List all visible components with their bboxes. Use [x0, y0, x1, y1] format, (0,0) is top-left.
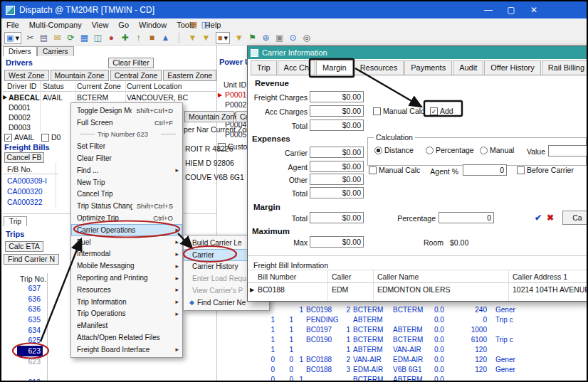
- mail-icon[interactable]: ✉: [51, 32, 64, 44]
- tab-resources[interactable]: Resources: [354, 60, 404, 75]
- context-menu-item[interactable]: Intermodal ▸: [71, 248, 182, 260]
- apply-button[interactable]: ✔: [535, 213, 542, 223]
- context-menu-item[interactable]: Freight Board Interface ▸: [71, 344, 182, 356]
- trip-row[interactable]: 619: [17, 377, 43, 382]
- max-field[interactable]: $0.00: [310, 236, 364, 248]
- window-icon[interactable]: ▣: [273, 32, 286, 44]
- add-checkbox[interactable]: ✓ Add: [430, 107, 453, 115]
- tab-carriers[interactable]: Carriers: [37, 46, 74, 56]
- tab-offer-history[interactable]: Offer History: [484, 60, 541, 75]
- tab-payments[interactable]: Payments: [404, 60, 452, 75]
- zone-central[interactable]: Central Zone: [110, 70, 162, 81]
- bill-number-cell[interactable]: BC0188: [258, 285, 285, 294]
- expenses-manual-calc-checkbox[interactable]: Manual Calc: [369, 166, 420, 174]
- tab-rail-billing[interactable]: Rail Billing: [542, 60, 588, 75]
- percentage-radio[interactable]: Percentage: [426, 146, 474, 154]
- globe-icon[interactable]: ⊕: [259, 32, 273, 44]
- before-carrier-checkbox[interactable]: Before Carrier: [517, 166, 574, 174]
- context-menu-item[interactable]: Cancel Trip: [71, 189, 182, 201]
- table-row[interactable]: 0 0 1 BC0188 2 VAN-AIR EDM-AIR 0.0 120 G…: [251, 354, 542, 364]
- box-icon[interactable]: ■: [145, 32, 159, 44]
- context-menu-item[interactable]: Fuel ▸: [71, 236, 182, 248]
- tab-trip[interactable]: Trip: [251, 60, 277, 75]
- context-menu-item[interactable]: Attach/Open Related Files: [71, 331, 182, 344]
- acc-charges-field[interactable]: $0.00: [310, 105, 364, 117]
- filter-icon[interactable]: ▼: [232, 32, 246, 44]
- context-menu-item[interactable]: eManifest: [71, 319, 182, 331]
- zone-west[interactable]: West Zone: [4, 70, 49, 81]
- context-menu-item[interactable]: Trip Number 623: [71, 129, 182, 141]
- grid-icon[interactable]: ▦: [78, 32, 91, 44]
- table-row[interactable]: 1 1 PENDING ABTERM 0.0 0 Trip c: [251, 314, 542, 324]
- driver-row[interactable]: D0001: [9, 103, 31, 113]
- menu-view[interactable]: View: [87, 21, 114, 29]
- add-icon[interactable]: ✚: [118, 32, 132, 44]
- minimize-button[interactable]: —: [477, 1, 500, 18]
- context-menu-item[interactable]: Full Screen Ctrl+F: [71, 117, 182, 129]
- truck-combo[interactable]: ■ ▾: [216, 32, 230, 44]
- menu-file[interactable]: File: [1, 21, 24, 29]
- menu-panels-icon[interactable]: ◫: [199, 20, 211, 29]
- freight-bill-row[interactable]: CA000320: [7, 187, 47, 198]
- close-button[interactable]: ✕: [523, 1, 545, 18]
- tab-drivers[interactable]: Drivers: [3, 46, 37, 56]
- context-menu-item[interactable]: Reporting and Printing ▸: [71, 272, 182, 284]
- agent-pct-field[interactable]: 0: [463, 164, 507, 176]
- context-menu-item[interactable]: Trip Operations ▸: [71, 308, 182, 320]
- context-menu-item[interactable]: Set Filter: [71, 140, 182, 152]
- value-field[interactable]: [548, 145, 588, 156]
- agent-field[interactable]: $0.00: [310, 161, 364, 172]
- tab-trip[interactable]: Trip: [4, 216, 27, 226]
- driver-row[interactable]: D0003: [9, 123, 31, 133]
- margin-total-field[interactable]: $0.00: [310, 212, 364, 223]
- context-menu-item[interactable]: Resources ▸: [71, 284, 182, 296]
- menu-window[interactable]: Window: [134, 21, 172, 29]
- cut-icon[interactable]: ✂: [23, 32, 37, 44]
- context-menu-item[interactable]: Trip Status Change Shift+Ctrl+S: [71, 200, 182, 212]
- cancel-x-button[interactable]: ✖: [547, 213, 554, 223]
- trip-row[interactable]: 623: [17, 356, 43, 367]
- clear-filter-button[interactable]: Clear Filter: [108, 58, 154, 68]
- tab-margin[interactable]: Margin: [316, 60, 353, 75]
- maximize-button[interactable]: ▢: [500, 1, 523, 18]
- trip-row[interactable]: 634: [17, 325, 43, 336]
- trip-row[interactable]: 623: [17, 346, 43, 356]
- trip-row[interactable]: 637: [17, 283, 43, 294]
- table-row[interactable]: 1 1 1 ABTERM VAN-AIR 0.0 120: [251, 344, 542, 354]
- table-row[interactable]: 1 1 BC0197 1 BCTERM ABTERM 0.0 1000: [251, 324, 542, 334]
- trip-row[interactable]: 636: [17, 304, 43, 314]
- freight-bill-row[interactable]: CA000309-I: [7, 176, 47, 187]
- flag-icon[interactable]: ⚑: [246, 32, 259, 44]
- refresh-icon[interactable]: ⟳: [64, 32, 78, 44]
- d0-checkbox[interactable]: D0: [41, 133, 61, 142]
- context-menu-item[interactable]: Toggle Design Mode Shift+Ctrl+D: [71, 105, 182, 117]
- sort-icon[interactable]: ▲: [159, 32, 172, 44]
- expenses-total-field[interactable]: $0.00: [310, 187, 364, 198]
- window-selector-combo[interactable]: ▣ ▾: [4, 32, 21, 44]
- context-menu-item[interactable]: Mobile Messaging ▸: [71, 260, 182, 272]
- margin-percentage-field[interactable]: 0: [439, 212, 494, 223]
- trip-row[interactable]: 625: [17, 335, 43, 346]
- cancel-fb-button[interactable]: Cancel FB: [4, 152, 44, 163]
- zone-eastern[interactable]: Eastern Zone: [163, 70, 216, 81]
- trip-row[interactable]: 636: [17, 294, 43, 304]
- context-menu-item[interactable]: Find ... ▸: [71, 164, 182, 176]
- record-icon[interactable]: ●: [105, 32, 118, 44]
- table-row[interactable]: 1 BC0198 2 BCTERM BCTERM 0.0 240 Gener: [251, 304, 542, 314]
- search-icon[interactable]: ◎: [300, 32, 313, 44]
- menu-grid-icon[interactable]: ▦: [188, 20, 199, 29]
- zone-mountain[interactable]: Mountain Zone: [51, 70, 109, 81]
- context-menu-item[interactable]: Trip Information ▸: [71, 296, 182, 308]
- filter-icon[interactable]: ▼: [186, 32, 199, 44]
- context-menu-item[interactable]: Carrier Operations ▸: [71, 224, 182, 236]
- freight-bill-row[interactable]: CA000322: [7, 198, 47, 208]
- info-icon[interactable]: ⊙: [286, 32, 300, 44]
- ca-button[interactable]: Ca: [562, 211, 588, 225]
- tab-audit[interactable]: Audit: [453, 60, 483, 75]
- trip-row[interactable]: [17, 367, 43, 378]
- zone-mountain-button[interactable]: Mountain Zone: [184, 111, 234, 122]
- power-unit-row[interactable]: ▶ P0001: [218, 90, 246, 100]
- find-carrier-button[interactable]: Find Carrier N: [4, 254, 59, 265]
- trip-row[interactable]: 635: [17, 314, 43, 325]
- power-unit-row[interactable]: P0002: [218, 100, 246, 110]
